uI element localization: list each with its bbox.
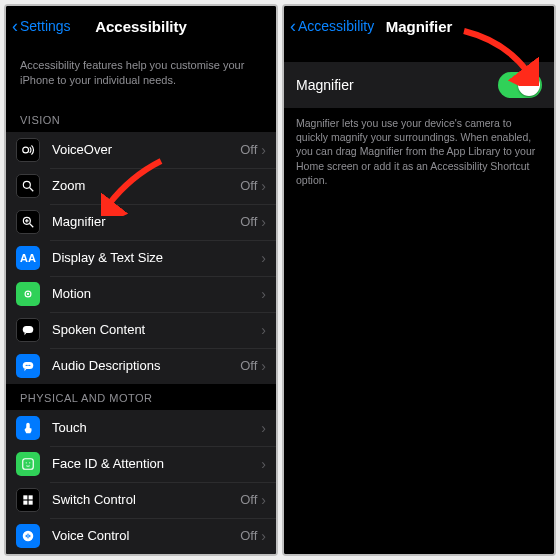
list-physical: Touch › Face ID & Attention › Switch Con… (6, 410, 276, 554)
back-label: Accessibility (298, 18, 374, 34)
svg-rect-19 (23, 500, 27, 504)
row-display-text-size[interactable]: AA Display & Text Size › (6, 240, 276, 276)
spoken-content-icon (16, 318, 40, 342)
back-button[interactable]: ‹ Settings (12, 6, 71, 46)
audio-descriptions-icon (16, 354, 40, 378)
page-title: Accessibility (95, 18, 187, 35)
svg-rect-17 (23, 495, 27, 499)
chevron-left-icon: ‹ (12, 17, 18, 35)
row-voiceover[interactable]: VoiceOver Off › (6, 132, 276, 168)
toggle-row-magnifier: Magnifier (284, 62, 554, 108)
page-title: Magnifier (386, 18, 453, 35)
row-label: VoiceOver (52, 142, 240, 157)
voice-control-icon (16, 524, 40, 548)
svg-rect-22 (26, 535, 27, 537)
back-button[interactable]: ‹ Accessibility (290, 6, 374, 46)
row-value: Off (240, 214, 257, 229)
row-value: Off (240, 178, 257, 193)
svg-point-13 (29, 364, 30, 365)
chevron-right-icon: › (261, 420, 266, 436)
faceid-icon (16, 452, 40, 476)
list-vision: VoiceOver Off › Zoom Off › Magnifier Off… (6, 132, 276, 384)
zoom-icon (16, 174, 40, 198)
row-magnifier[interactable]: Magnifier Off › (6, 204, 276, 240)
chevron-right-icon: › (261, 456, 266, 472)
svg-point-12 (27, 364, 28, 365)
chevron-right-icon: › (261, 492, 266, 508)
row-value: Off (240, 358, 257, 373)
svg-rect-23 (27, 533, 28, 538)
row-value: Off (240, 492, 257, 507)
svg-point-1 (23, 181, 30, 188)
svg-line-4 (30, 223, 34, 227)
row-label: Touch (52, 420, 261, 435)
row-label: Face ID & Attention (52, 456, 261, 471)
svg-point-11 (26, 364, 27, 365)
row-spoken-content[interactable]: Spoken Content › (6, 312, 276, 348)
chevron-right-icon: › (261, 250, 266, 266)
svg-point-16 (29, 462, 30, 463)
row-zoom[interactable]: Zoom Off › (6, 168, 276, 204)
row-label: Spoken Content (52, 322, 261, 337)
row-label: Voice Control (52, 528, 240, 543)
row-audio-descriptions[interactable]: Audio Descriptions Off › (6, 348, 276, 384)
magnifier-icon (16, 210, 40, 234)
row-label: Display & Text Size (52, 250, 261, 265)
row-switch-control[interactable]: Switch Control Off › (6, 482, 276, 518)
motion-icon (16, 282, 40, 306)
svg-point-15 (26, 462, 27, 463)
chevron-right-icon: › (261, 322, 266, 338)
toggle-switch[interactable] (498, 72, 542, 98)
svg-rect-9 (23, 326, 34, 333)
phone-left: ‹ Settings Accessibility Accessibility f… (4, 4, 278, 556)
intro-text: Accessibility features help you customis… (6, 46, 276, 106)
svg-rect-20 (29, 500, 33, 504)
svg-point-0 (23, 147, 29, 153)
row-voice-control[interactable]: Voice Control Off › (6, 518, 276, 554)
chevron-right-icon: › (261, 214, 266, 230)
svg-point-8 (27, 293, 29, 295)
content[interactable]: Accessibility features help you customis… (6, 46, 276, 554)
content: Magnifier Magnifier lets you use your de… (284, 46, 554, 554)
chevron-right-icon: › (261, 528, 266, 544)
navbar: ‹ Settings Accessibility (6, 6, 276, 46)
row-value: Off (240, 142, 257, 157)
row-value: Off (240, 528, 257, 543)
touch-icon (16, 416, 40, 440)
row-label: Magnifier (52, 214, 240, 229)
phone-right: ‹ Accessibility Magnifier Magnifier Magn… (282, 4, 556, 556)
row-label: Audio Descriptions (52, 358, 240, 373)
switch-control-icon (16, 488, 40, 512)
section-header-vision: VISION (6, 106, 276, 132)
row-label: Switch Control (52, 492, 240, 507)
chevron-right-icon: › (261, 142, 266, 158)
svg-rect-24 (29, 535, 30, 537)
svg-rect-18 (29, 495, 33, 499)
row-faceid[interactable]: Face ID & Attention › (6, 446, 276, 482)
chevron-right-icon: › (261, 178, 266, 194)
back-label: Settings (20, 18, 71, 34)
svg-line-2 (30, 187, 34, 191)
row-label: Motion (52, 286, 261, 301)
chevron-right-icon: › (261, 358, 266, 374)
chevron-right-icon: › (261, 286, 266, 302)
chevron-left-icon: ‹ (290, 17, 296, 35)
display-text-size-icon: AA (16, 246, 40, 270)
navbar: ‹ Accessibility Magnifier (284, 6, 554, 46)
row-label: Zoom (52, 178, 240, 193)
section-header-physical: PHYSICAL AND MOTOR (6, 384, 276, 410)
voiceover-icon (16, 138, 40, 162)
toggle-description: Magnifier lets you use your device's cam… (284, 108, 554, 195)
row-touch[interactable]: Touch › (6, 410, 276, 446)
row-motion[interactable]: Motion › (6, 276, 276, 312)
toggle-label: Magnifier (296, 77, 354, 93)
svg-rect-14 (23, 458, 34, 469)
